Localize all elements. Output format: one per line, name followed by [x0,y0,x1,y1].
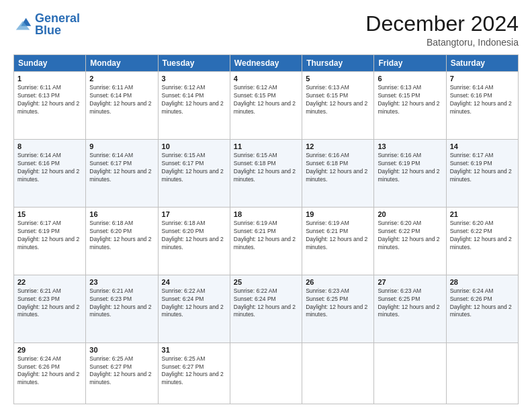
table-row: 29 Sunrise: 6:24 AM Sunset: 6:26 PM Dayl… [14,342,86,404]
day-number: 25 [234,278,298,286]
day-number: 30 [89,346,154,354]
sunrise-label: Sunrise: 6:18 AM [162,220,206,226]
table-row: 3 Sunrise: 6:12 AM Sunset: 6:14 PM Dayli… [158,72,230,140]
table-row: 18 Sunrise: 6:19 AM Sunset: 6:21 PM Dayl… [230,207,302,275]
table-row: 2 Sunrise: 6:11 AM Sunset: 6:14 PM Dayli… [86,72,158,140]
sunrise-label: Sunrise: 6:12 AM [162,84,206,91]
header-saturday: Saturday [446,55,518,72]
daylight-label: Daylight: 12 hours and 2 minutes. [89,304,151,318]
daylight-label: Daylight: 12 hours and 2 minutes. [17,100,79,115]
sunrise-label: Sunrise: 6:16 AM [306,152,349,158]
day-info: Sunrise: 6:19 AM Sunset: 6:21 PM Dayligh… [306,220,370,252]
header-tuesday: Tuesday [158,55,230,72]
daylight-label: Daylight: 12 hours and 2 minutes. [89,100,151,115]
day-info: Sunrise: 6:12 AM Sunset: 6:14 PM Dayligh… [162,84,226,116]
day-number: 4 [234,75,298,83]
table-row: 20 Sunrise: 6:20 AM Sunset: 6:22 PM Dayl… [374,207,446,275]
sunset-label: Sunset: 6:25 PM [378,295,420,302]
sunrise-label: Sunrise: 6:17 AM [450,152,494,158]
day-number: 26 [306,278,370,286]
table-row: 14 Sunrise: 6:17 AM Sunset: 6:19 PM Dayl… [446,140,518,208]
day-info: Sunrise: 6:11 AM Sunset: 6:13 PM Dayligh… [17,84,82,116]
sunrise-label: Sunrise: 6:19 AM [234,220,277,226]
daylight-label: Daylight: 12 hours and 2 minutes. [162,304,224,318]
sunrise-label: Sunrise: 6:11 AM [89,84,133,91]
sunset-label: Sunset: 6:22 PM [378,228,420,234]
day-number: 20 [378,210,442,218]
sunrise-label: Sunrise: 6:25 AM [162,355,206,362]
day-info: Sunrise: 6:25 AM Sunset: 6:27 PM Dayligh… [89,355,154,387]
sunset-label: Sunset: 6:24 PM [234,295,276,302]
day-number: 1 [17,75,82,83]
logo-text: General Blue [35,12,80,36]
sunset-label: Sunset: 6:17 PM [162,160,204,167]
daylight-label: Daylight: 12 hours and 2 minutes. [89,168,151,183]
day-number: 31 [162,346,226,354]
table-row: 5 Sunrise: 6:13 AM Sunset: 6:15 PM Dayli… [302,72,374,140]
day-info: Sunrise: 6:14 AM Sunset: 6:16 PM Dayligh… [17,152,82,184]
day-info: Sunrise: 6:13 AM Sunset: 6:15 PM Dayligh… [306,84,370,116]
table-row: 23 Sunrise: 6:21 AM Sunset: 6:23 PM Dayl… [86,275,158,342]
table-row: 30 Sunrise: 6:25 AM Sunset: 6:27 PM Dayl… [86,342,158,404]
day-number: 2 [89,75,154,83]
table-row: 1 Sunrise: 6:11 AM Sunset: 6:13 PM Dayli… [14,72,86,140]
day-info: Sunrise: 6:11 AM Sunset: 6:14 PM Dayligh… [89,84,154,116]
table-row: 25 Sunrise: 6:22 AM Sunset: 6:24 PM Dayl… [230,275,302,342]
daylight-label: Daylight: 12 hours and 2 minutes. [17,168,79,183]
sunset-label: Sunset: 6:15 PM [306,92,348,99]
daylight-label: Daylight: 12 hours and 2 minutes. [234,100,296,115]
sunset-label: Sunset: 6:13 PM [17,92,60,99]
sunset-label: Sunset: 6:19 PM [17,228,60,234]
daylight-label: Daylight: 12 hours and 2 minutes. [162,100,224,115]
header-monday: Monday [86,55,158,72]
daylight-label: Daylight: 12 hours and 2 minutes. [162,168,224,183]
sunset-label: Sunset: 6:27 PM [89,363,132,370]
table-row: 27 Sunrise: 6:23 AM Sunset: 6:25 PM Dayl… [374,275,446,342]
day-info: Sunrise: 6:23 AM Sunset: 6:25 PM Dayligh… [378,287,442,320]
sunrise-label: Sunrise: 6:23 AM [378,287,421,294]
day-number: 18 [234,210,298,218]
sunset-label: Sunset: 6:21 PM [306,228,348,234]
sunrise-label: Sunrise: 6:11 AM [17,84,61,91]
sunset-label: Sunset: 6:24 PM [162,295,204,302]
sunset-label: Sunset: 6:19 PM [450,160,492,167]
day-number: 9 [89,142,154,150]
day-info: Sunrise: 6:21 AM Sunset: 6:23 PM Dayligh… [17,287,82,320]
daylight-label: Daylight: 12 hours and 2 minutes. [450,304,512,318]
day-number: 3 [162,75,226,83]
daylight-label: Daylight: 12 hours and 2 minutes. [378,304,439,318]
day-info: Sunrise: 6:25 AM Sunset: 6:27 PM Dayligh… [162,355,226,387]
calendar-week-2: 8 Sunrise: 6:14 AM Sunset: 6:16 PM Dayli… [14,140,519,208]
calendar-week-1: 1 Sunrise: 6:11 AM Sunset: 6:13 PM Dayli… [14,72,519,140]
sunrise-label: Sunrise: 6:22 AM [162,287,206,294]
calendar-week-5: 29 Sunrise: 6:24 AM Sunset: 6:26 PM Dayl… [14,342,519,404]
daylight-label: Daylight: 12 hours and 2 minutes. [378,236,439,250]
day-info: Sunrise: 6:17 AM Sunset: 6:19 PM Dayligh… [17,220,82,252]
table-row: 24 Sunrise: 6:22 AM Sunset: 6:24 PM Dayl… [158,275,230,342]
day-info: Sunrise: 6:24 AM Sunset: 6:26 PM Dayligh… [450,287,515,320]
day-number: 21 [450,210,515,218]
table-row: 16 Sunrise: 6:18 AM Sunset: 6:20 PM Dayl… [86,207,158,275]
table-row: 10 Sunrise: 6:15 AM Sunset: 6:17 PM Dayl… [158,140,230,208]
header-friday: Friday [374,55,446,72]
sunset-label: Sunset: 6:16 PM [17,160,60,167]
daylight-label: Daylight: 12 hours and 2 minutes. [306,168,367,183]
daylight-label: Daylight: 12 hours and 2 minutes. [306,100,367,115]
day-number: 10 [162,142,226,150]
daylight-label: Daylight: 12 hours and 2 minutes. [450,168,512,183]
sunrise-label: Sunrise: 6:15 AM [162,152,206,158]
sunrise-label: Sunrise: 6:18 AM [89,220,133,226]
table-row [446,342,518,404]
table-row: 8 Sunrise: 6:14 AM Sunset: 6:16 PM Dayli… [14,140,86,208]
sunrise-label: Sunrise: 6:13 AM [306,84,349,91]
day-info: Sunrise: 6:18 AM Sunset: 6:20 PM Dayligh… [162,220,226,252]
sunrise-label: Sunrise: 6:25 AM [89,355,133,362]
sunrise-label: Sunrise: 6:12 AM [234,84,277,91]
sunset-label: Sunset: 6:20 PM [89,228,132,234]
table-row: 7 Sunrise: 6:14 AM Sunset: 6:16 PM Dayli… [446,72,518,140]
sunrise-label: Sunrise: 6:21 AM [17,287,61,294]
sunset-label: Sunset: 6:17 PM [89,160,132,167]
day-info: Sunrise: 6:23 AM Sunset: 6:25 PM Dayligh… [306,287,370,320]
logo: General Blue [13,12,80,36]
sunset-label: Sunset: 6:21 PM [234,228,276,234]
